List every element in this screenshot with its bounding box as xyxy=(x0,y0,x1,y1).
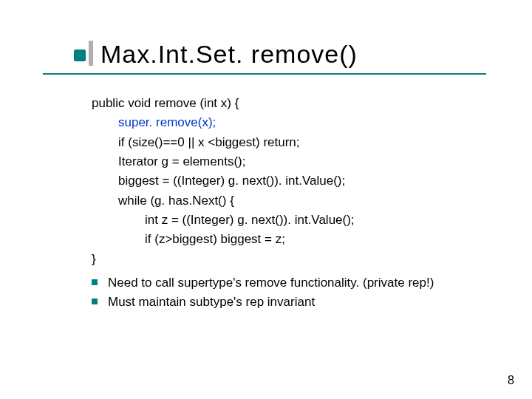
slide-title: Max.Int.Set. remove() xyxy=(100,40,358,69)
code-line: if (z>biggest) biggest = z; xyxy=(92,230,486,249)
page-number: 8 xyxy=(508,374,514,387)
bullet-text: Need to call supertype's remove function… xyxy=(108,273,434,293)
bullet-list: Need to call supertype's remove function… xyxy=(74,273,486,313)
code-line-super: super. remove(x); xyxy=(92,113,486,132)
code-line: public void remove (int x) { xyxy=(92,94,486,113)
code-line: while (g. has.Next() { xyxy=(92,191,486,211)
list-item: Need to call supertype's remove function… xyxy=(92,273,486,293)
list-item: Must maintain subtype's rep invariant xyxy=(92,293,486,312)
code-block: public void remove (int x) { super. remo… xyxy=(74,94,486,269)
bullet-text: Must maintain subtype's rep invariant xyxy=(108,293,315,312)
bullet-square-icon xyxy=(92,279,98,285)
slide-body: Max.Int.Set. remove() public void remove… xyxy=(0,0,532,313)
code-line: } xyxy=(92,250,486,269)
accent-bar-icon xyxy=(89,41,93,66)
code-line: if (size()==0 || x <biggest) return; xyxy=(92,133,486,152)
code-line: biggest = ((Integer) g. next()). int.Val… xyxy=(92,171,486,191)
accent-square-icon xyxy=(74,50,86,61)
title-row: Max.Int.Set. remove() xyxy=(74,40,486,69)
code-line: Iterator g = elements(); xyxy=(92,152,486,171)
title-underline xyxy=(43,73,486,75)
code-line: int z = ((Integer) g. next()). int.Value… xyxy=(92,211,486,230)
bullet-square-icon xyxy=(92,299,98,304)
